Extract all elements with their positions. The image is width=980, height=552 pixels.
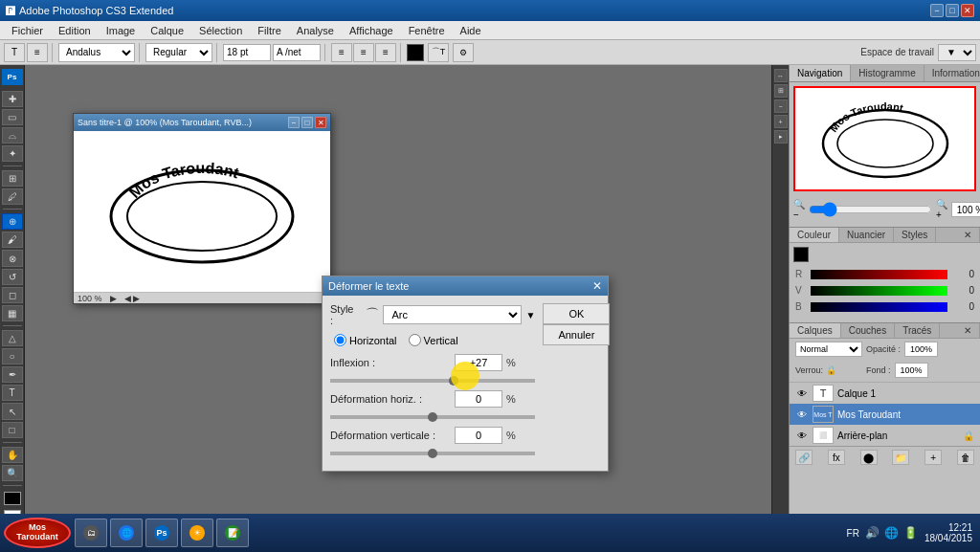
- eyedropper-tool[interactable]: 🖊: [2, 188, 23, 205]
- magic-wand-tool[interactable]: ✦: [2, 145, 23, 162]
- battery-icon[interactable]: 🔋: [903, 525, 919, 541]
- history-brush-tool[interactable]: ↺: [2, 269, 23, 285]
- layer-row-mos[interactable]: 👁 Mos T Mos Taroudant: [790, 404, 980, 425]
- menu-analyse[interactable]: Analyse: [289, 23, 342, 38]
- text-color-swatch[interactable]: [407, 44, 424, 61]
- blend-mode-select[interactable]: Normal: [795, 342, 862, 357]
- menu-edition[interactable]: Edition: [51, 23, 99, 38]
- menu-calque[interactable]: Calque: [143, 23, 191, 38]
- horizontal-radio[interactable]: Horizontal: [334, 334, 397, 346]
- b-bar[interactable]: [811, 302, 947, 312]
- zoom-in-icon[interactable]: 🔍+: [936, 199, 947, 220]
- zoom-tool[interactable]: 🔍: [2, 465, 23, 481]
- workspace-select[interactable]: ▼: [938, 44, 976, 61]
- layer-row-background[interactable]: 👁 ⬜ Arrière-plan 🔒: [790, 425, 980, 446]
- options-btn[interactable]: ⚙: [453, 43, 474, 62]
- nav-tab[interactable]: Navigation: [790, 65, 851, 81]
- hand-tool[interactable]: ✋: [2, 447, 23, 463]
- calques-tab[interactable]: Calques: [790, 323, 841, 338]
- doc-minimize-btn[interactable]: −: [288, 117, 300, 128]
- nuancier-tab[interactable]: Nuancier: [839, 228, 894, 242]
- fg-color-swatch[interactable]: [793, 247, 809, 262]
- text-tool[interactable]: T: [2, 385, 23, 401]
- taskbar-app-4[interactable]: 📝: [216, 519, 249, 547]
- rt-btn-2[interactable]: ⊞: [774, 84, 788, 98]
- layer-new-btn[interactable]: +: [924, 450, 942, 465]
- align-right-btn[interactable]: ≡: [375, 43, 396, 62]
- brush-tool[interactable]: 🖌: [2, 232, 23, 248]
- minimize-button[interactable]: −: [930, 4, 944, 17]
- info-tab[interactable]: Informations: [924, 65, 980, 81]
- nav-zoom-slider[interactable]: [809, 202, 932, 217]
- align-center-btn[interactable]: ≡: [353, 43, 374, 62]
- layers-close-btn[interactable]: ✕: [956, 323, 980, 338]
- align-left-btn[interactable]: ≡: [331, 43, 352, 62]
- clone-tool[interactable]: ⊗: [2, 250, 23, 266]
- dodge-tool[interactable]: ○: [2, 348, 23, 364]
- spacing-input[interactable]: [273, 44, 321, 61]
- layer-delete-btn[interactable]: 🗑: [957, 450, 974, 465]
- styles-tab[interactable]: Styles: [894, 228, 936, 242]
- taskbar-app-photoshop[interactable]: Ps: [145, 519, 178, 547]
- deform-v-slider-thumb[interactable]: [428, 449, 437, 458]
- vertical-radio[interactable]: Vertical: [409, 334, 458, 346]
- traces-tab[interactable]: Tracés: [895, 323, 940, 338]
- couleur-tab[interactable]: Couleur: [790, 228, 839, 242]
- start-button[interactable]: MosTaroudant: [4, 518, 71, 548]
- deform-v-slider[interactable]: [330, 452, 535, 455]
- layer-eye-calque1[interactable]: 👁: [795, 386, 809, 400]
- couches-tab[interactable]: Couches: [841, 323, 895, 338]
- layer-mask-btn[interactable]: ⬤: [860, 450, 878, 465]
- inflexion-slider-thumb[interactable]: [449, 376, 458, 386]
- menu-affichage[interactable]: Affichage: [342, 23, 401, 38]
- text-tool-btn[interactable]: T: [4, 43, 25, 62]
- network-icon[interactable]: 🌐: [884, 525, 900, 541]
- fill-input[interactable]: [895, 363, 928, 378]
- close-button[interactable]: ✕: [961, 4, 974, 17]
- r-bar[interactable]: [811, 270, 947, 279]
- rt-btn-5[interactable]: ▸: [774, 130, 788, 144]
- pen-tool[interactable]: ✒: [2, 366, 23, 383]
- zoom-out-icon[interactable]: 🔍−: [793, 199, 805, 220]
- menu-image[interactable]: Image: [99, 23, 144, 38]
- taskbar-app-3[interactable]: ☀: [181, 519, 213, 547]
- move-tool[interactable]: ✚: [2, 91, 23, 107]
- lasso-tool[interactable]: ⌓: [2, 127, 23, 144]
- eraser-tool[interactable]: ◻: [2, 287, 23, 303]
- deform-h-slider-thumb[interactable]: [428, 412, 437, 422]
- font-style-select[interactable]: Regular: [145, 43, 212, 62]
- select-path-tool[interactable]: ↖: [2, 403, 23, 419]
- cancel-button[interactable]: Annuler: [543, 324, 610, 345]
- font-family-select[interactable]: Andalus: [58, 43, 135, 62]
- crop-tool[interactable]: ⊞: [2, 170, 23, 187]
- histogram-tab[interactable]: Histogramme: [851, 65, 924, 81]
- gradient-tool[interactable]: ▦: [2, 305, 23, 321]
- layer-eye-background[interactable]: 👁: [795, 429, 809, 442]
- doc-maximize-btn[interactable]: □: [301, 117, 313, 128]
- layer-group-btn[interactable]: 📁: [892, 450, 909, 465]
- nav-zoom-input[interactable]: 100 %: [951, 202, 980, 217]
- color-close-btn[interactable]: ✕: [956, 228, 980, 242]
- inflexion-slider[interactable]: [330, 379, 535, 383]
- layer-row-calque1[interactable]: 👁 T Calque 1: [790, 383, 980, 404]
- layer-link-btn[interactable]: 🔗: [795, 450, 813, 465]
- select-rect-tool[interactable]: ▭: [2, 109, 23, 125]
- menu-fichier[interactable]: Fichier: [4, 23, 51, 38]
- font-size-input[interactable]: [223, 44, 271, 61]
- deform-h-slider[interactable]: [330, 415, 535, 419]
- rt-btn-1[interactable]: ↔: [774, 69, 788, 82]
- warp-text-btn[interactable]: ⌒T: [428, 43, 449, 62]
- blur-tool[interactable]: △: [2, 330, 23, 346]
- menu-aide[interactable]: Aide: [453, 23, 489, 38]
- rt-btn-4[interactable]: +: [774, 115, 788, 128]
- warp-close-btn[interactable]: ✕: [592, 279, 602, 293]
- doc-close-btn[interactable]: ✕: [315, 117, 326, 128]
- layer-eye-mos[interactable]: 👁: [795, 408, 809, 421]
- tool-option-btn[interactable]: ≡: [27, 43, 48, 62]
- opacity-input[interactable]: [904, 342, 938, 357]
- taskbar-app-1[interactable]: 🗂: [75, 519, 107, 547]
- maximize-button[interactable]: □: [946, 4, 959, 17]
- foreground-color[interactable]: [4, 492, 21, 505]
- menu-selection[interactable]: Sélection: [191, 23, 250, 38]
- volume-icon[interactable]: 🔊: [865, 525, 880, 541]
